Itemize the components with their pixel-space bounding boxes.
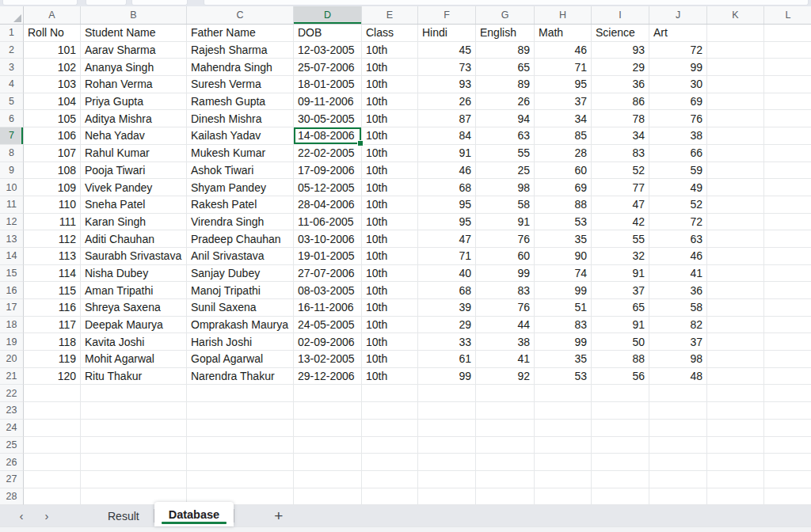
- cell-K23[interactable]: [707, 402, 764, 420]
- cell-H6[interactable]: 34: [535, 110, 592, 127]
- row-header-20[interactable]: 20: [0, 351, 24, 368]
- cell-A6[interactable]: 105: [24, 110, 81, 127]
- cell-D17[interactable]: 16-11-2006: [294, 299, 362, 317]
- cell-F8[interactable]: 91: [418, 145, 476, 162]
- cell-H13[interactable]: 35: [535, 230, 592, 248]
- cell-C10[interactable]: Shyam Pandey: [187, 179, 294, 196]
- cell-G23[interactable]: [476, 402, 535, 420]
- cell-I26[interactable]: [592, 454, 649, 471]
- cell-K13[interactable]: [707, 230, 764, 248]
- cell-L4[interactable]: [764, 76, 811, 93]
- cell-G13[interactable]: 76: [476, 230, 535, 248]
- cell-C17[interactable]: Sunil Saxena: [187, 299, 294, 317]
- cell-J6[interactable]: 76: [649, 110, 707, 127]
- cell-K7[interactable]: [707, 127, 764, 145]
- cell-G8[interactable]: 55: [476, 145, 535, 162]
- cell-C16[interactable]: Manoj Tripathi: [187, 282, 294, 299]
- cell-H16[interactable]: 99: [535, 282, 592, 299]
- row-header-16[interactable]: 16: [0, 282, 24, 299]
- cell-J23[interactable]: [649, 402, 707, 420]
- cell-A11[interactable]: 110: [24, 196, 81, 214]
- cell-E22[interactable]: [362, 385, 418, 402]
- row-header-10[interactable]: 10: [0, 179, 24, 196]
- cell-A9[interactable]: 108: [24, 162, 81, 180]
- cell-E8[interactable]: 10th: [362, 145, 418, 162]
- cell-H18[interactable]: 83: [535, 317, 592, 334]
- cell-L14[interactable]: [764, 248, 811, 265]
- cell-F3[interactable]: 73: [418, 59, 476, 76]
- cell-I1[interactable]: Science: [592, 25, 649, 42]
- cell-C9[interactable]: Ashok Tiwari: [187, 162, 294, 180]
- cell-B19[interactable]: Kavita Joshi: [81, 333, 187, 351]
- cell-L8[interactable]: [764, 145, 811, 162]
- cell-A1[interactable]: Roll No: [24, 25, 81, 42]
- cell-F14[interactable]: 71: [418, 248, 476, 265]
- cell-A7[interactable]: 106: [24, 127, 81, 145]
- cell-I18[interactable]: 91: [592, 317, 649, 334]
- cell-F16[interactable]: 68: [418, 282, 476, 299]
- cell-C5[interactable]: Ramesh Gupta: [187, 93, 294, 111]
- cell-A15[interactable]: 114: [24, 265, 81, 283]
- row-header-11[interactable]: 11: [0, 196, 24, 214]
- cell-D10[interactable]: 05-12-2005: [294, 179, 362, 196]
- cell-K28[interactable]: [707, 488, 764, 506]
- cell-D24[interactable]: [294, 420, 362, 437]
- cell-H26[interactable]: [535, 454, 592, 471]
- cell-G12[interactable]: 91: [476, 214, 535, 231]
- cell-G10[interactable]: 98: [476, 179, 535, 196]
- cell-F23[interactable]: [418, 402, 476, 420]
- cell-A21[interactable]: 120: [24, 368, 81, 386]
- cell-F28[interactable]: [418, 488, 476, 506]
- cell-B27[interactable]: [81, 471, 187, 488]
- column-header-H[interactable]: H: [535, 6, 592, 24]
- cell-E6[interactable]: 10th: [362, 110, 418, 127]
- cell-E9[interactable]: 10th: [362, 162, 418, 180]
- cell-A10[interactable]: 109: [24, 179, 81, 196]
- row-header-7[interactable]: 7: [0, 127, 24, 145]
- cell-L5[interactable]: [764, 93, 811, 111]
- row-header-22[interactable]: 22: [0, 385, 24, 402]
- cell-A19[interactable]: 118: [24, 333, 81, 351]
- cell-B2[interactable]: Aarav Sharma: [81, 42, 187, 59]
- cell-K18[interactable]: [707, 317, 764, 334]
- column-header-G[interactable]: G: [476, 6, 535, 24]
- cell-A16[interactable]: 115: [24, 282, 81, 299]
- column-header-B[interactable]: B: [81, 6, 187, 24]
- cell-F26[interactable]: [418, 454, 476, 471]
- cell-J8[interactable]: 66: [649, 145, 707, 162]
- cell-H1[interactable]: Math: [535, 25, 592, 42]
- cell-A4[interactable]: 103: [24, 76, 81, 93]
- cell-K6[interactable]: [707, 110, 764, 127]
- cell-D1[interactable]: DOB: [294, 25, 362, 42]
- cell-L17[interactable]: [764, 299, 811, 317]
- cell-D11[interactable]: 28-04-2006: [294, 196, 362, 214]
- cell-C4[interactable]: Suresh Verma: [187, 76, 294, 93]
- cell-I24[interactable]: [592, 420, 649, 437]
- cell-I3[interactable]: 29: [592, 59, 649, 76]
- cell-B11[interactable]: Sneha Patel: [81, 196, 187, 214]
- cell-K20[interactable]: [707, 351, 764, 368]
- cell-G26[interactable]: [476, 454, 535, 471]
- cell-I19[interactable]: 50: [592, 333, 649, 351]
- cell-F1[interactable]: Hindi: [418, 25, 476, 42]
- cell-B1[interactable]: Student Name: [81, 25, 187, 42]
- cell-H20[interactable]: 35: [535, 351, 592, 368]
- cell-B16[interactable]: Aman Tripathi: [81, 282, 187, 299]
- cell-B13[interactable]: Aditi Chauhan: [81, 230, 187, 248]
- row-header-21[interactable]: 21: [0, 368, 24, 386]
- cell-E25[interactable]: [362, 437, 418, 454]
- cell-L18[interactable]: [764, 317, 811, 334]
- cell-C20[interactable]: Gopal Agarwal: [187, 351, 294, 368]
- cell-L3[interactable]: [764, 59, 811, 76]
- cell-I23[interactable]: [592, 402, 649, 420]
- cell-E18[interactable]: 10th: [362, 317, 418, 334]
- cell-J3[interactable]: 99: [649, 59, 707, 76]
- sheet-tab-result[interactable]: Result: [93, 505, 154, 526]
- cell-E16[interactable]: 10th: [362, 282, 418, 299]
- cell-A17[interactable]: 116: [24, 299, 81, 317]
- cell-E26[interactable]: [362, 454, 418, 471]
- cell-L7[interactable]: [764, 127, 811, 145]
- cell-I5[interactable]: 86: [592, 93, 649, 111]
- cell-C18[interactable]: Omprakash Maurya: [187, 317, 294, 334]
- cell-D7[interactable]: 14-08-2006: [294, 127, 362, 145]
